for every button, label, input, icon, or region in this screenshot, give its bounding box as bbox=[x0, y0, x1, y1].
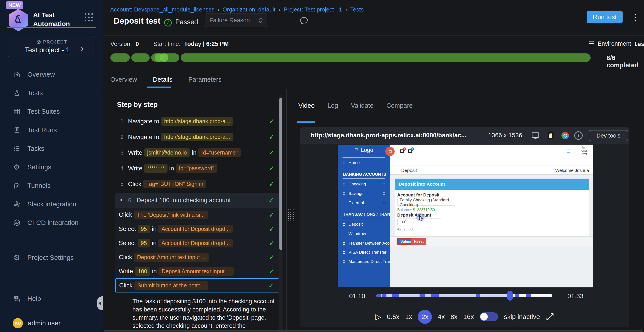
bank-nav-savings[interactable]: Savings bbox=[338, 190, 390, 197]
check-icon: ✓ bbox=[269, 148, 274, 157]
progress-segment[interactable] bbox=[151, 54, 179, 62]
step-row[interactable]: 4 Write ******** in Id="password" ✓ bbox=[117, 160, 278, 176]
chevron-down-icon: ⌄ bbox=[450, 201, 453, 204]
speed-0.5x[interactable]: 0.5x bbox=[387, 313, 400, 320]
sidebar-item-project-settings[interactable]: ⚙ Project Settings bbox=[0, 248, 103, 267]
sparkle-icon: ✦ bbox=[119, 197, 123, 203]
sidebar-item-overview[interactable]: Overview bbox=[0, 65, 103, 84]
step-row[interactable]: 3 Write jsmith@demo.io in Id="username" … bbox=[117, 145, 278, 160]
breadcrumb-organization[interactable]: Organization: default bbox=[222, 6, 276, 13]
tab-compare[interactable]: Compare bbox=[386, 102, 413, 109]
sidebar-nav: Overview Tests Test Suites Test Runs Tas… bbox=[0, 65, 103, 232]
check-icon: ✓ bbox=[269, 239, 274, 247]
check-icon: ✓ bbox=[268, 196, 274, 204]
panel-splitter[interactable] bbox=[286, 89, 287, 332]
timeline-marker bbox=[476, 294, 480, 297]
check-icon: ✓ bbox=[269, 253, 274, 261]
progress-segment[interactable] bbox=[131, 54, 150, 62]
package-icon bbox=[36, 40, 41, 44]
video-timeline[interactable] bbox=[376, 294, 552, 297]
breadcrumb-project[interactable]: Project: Test project - 1 bbox=[284, 6, 342, 13]
video-url: http://stage.dbank.prod-apps.relicx.ai:8… bbox=[311, 132, 466, 139]
value-pill: 100 bbox=[135, 267, 150, 276]
substep-row[interactable]: Click Deposit Amount text input ... ✓ bbox=[115, 250, 280, 264]
sidebar-item-help[interactable]: ? Help bbox=[0, 290, 103, 308]
reset-button[interactable]: Reset bbox=[412, 238, 426, 245]
comment-bubble-icon[interactable] bbox=[299, 16, 308, 25]
step-row[interactable]: 1 Navigate to http://stage.dbank.prod-a.… bbox=[117, 114, 278, 129]
ai-step-group-header[interactable]: ✦ 6 Deposit 100 into checking account ✓ bbox=[115, 193, 280, 208]
timeline-scrubber-thumb[interactable] bbox=[507, 291, 513, 301]
tab-video[interactable]: Video bbox=[298, 102, 315, 109]
speed-1x[interactable]: 1x bbox=[405, 313, 412, 320]
play-icon[interactable]: ▷ bbox=[375, 312, 381, 322]
step-row[interactable]: 5 Click Tag="BUTTON" Sign in ✓ bbox=[117, 176, 278, 192]
speed-16x[interactable]: 16x bbox=[463, 313, 474, 320]
run-test-button[interactable]: Run test bbox=[587, 10, 622, 24]
speed-2x-active[interactable]: 2x bbox=[418, 310, 432, 324]
sidebar-item-tests[interactable]: Tests bbox=[0, 84, 103, 102]
sidebar-item-settings[interactable]: ⚙ Settings bbox=[0, 158, 103, 176]
step-row[interactable]: 2 Navigate to http://stage.dbank.prod-a.… bbox=[117, 129, 278, 145]
sidebar-item-cicd[interactable]: CI-CD integration bbox=[0, 214, 103, 232]
bank-nav-visa[interactable]: VISA Direct Transfer bbox=[338, 248, 390, 256]
tabs-divider bbox=[289, 123, 644, 123]
sidebar-item-tasks[interactable]: Tasks bbox=[0, 139, 103, 158]
kebab-menu-icon[interactable]: ⋮ bbox=[631, 12, 640, 22]
sidebar-item-slack[interactable]: Slack integration bbox=[0, 195, 103, 214]
new-badge: NEW bbox=[6, 1, 24, 9]
header-checkbox bbox=[567, 149, 570, 152]
speed-4x[interactable]: 4x bbox=[438, 313, 445, 320]
failure-reason-select[interactable]: Failure Reason bbox=[205, 13, 267, 27]
substep-row[interactable]: Select 95 in Account for Deposit dropd..… bbox=[115, 222, 280, 236]
splitter-drag-handle[interactable] bbox=[288, 209, 294, 221]
info-icon[interactable]: i bbox=[574, 131, 583, 140]
target-pill: Account for Deposit dropd... bbox=[158, 239, 233, 248]
slack-icon bbox=[13, 200, 21, 208]
bank-nav-external[interactable]: External bbox=[338, 199, 390, 206]
sidebar-user[interactable]: AU admin user bbox=[0, 314, 103, 332]
substep-row[interactable]: Write 100 in Deposit Amount text input .… bbox=[115, 264, 280, 278]
tab-overview[interactable]: Overview bbox=[110, 76, 137, 83]
breadcrumb-account[interactable]: Account: Devspace_all_module_licenses bbox=[110, 6, 214, 13]
account-for-deposit-select[interactable]: Family Checking (Standard Checking) ⌄ bbox=[397, 199, 455, 206]
monitor-icon bbox=[531, 131, 540, 140]
substep-row[interactable]: Select 95 in Account for Deposit dropd..… bbox=[115, 236, 280, 250]
steps-scrollbar-thumb[interactable] bbox=[280, 98, 282, 250]
project-selector[interactable]: PROJECT Test project - 1 bbox=[8, 36, 95, 58]
playback-controls: ▷ 0.5x 1x 2x 4x 8x 16x skip inactive bbox=[300, 310, 629, 324]
bank-nav-checking[interactable]: Checking bbox=[338, 180, 390, 188]
skip-inactive-toggle[interactable] bbox=[480, 312, 498, 321]
sidebar-item-tunnels[interactable]: Tunnels bbox=[0, 176, 103, 195]
amount-hint: ex. 25.00 bbox=[397, 227, 413, 232]
fullscreen-icon[interactable] bbox=[546, 312, 554, 321]
help-chat-icon: ? bbox=[13, 295, 21, 303]
bank-main-area: Deposit into Account Account for Deposit… bbox=[390, 175, 593, 288]
tab-parameters[interactable]: Parameters bbox=[188, 76, 222, 83]
tab-details[interactable]: Details bbox=[153, 76, 172, 83]
apps-grid-icon[interactable] bbox=[84, 12, 93, 22]
chrome-icon bbox=[562, 132, 569, 139]
progress-text: 6/6 completed bbox=[606, 54, 644, 69]
speed-8x[interactable]: 8x bbox=[450, 313, 458, 320]
tab-validate[interactable]: Validate bbox=[351, 102, 374, 109]
bank-nav-mastercard[interactable]: Mastercard Direct Transfer bbox=[338, 258, 390, 265]
sidebar-item-test-suites[interactable]: Test Suites bbox=[0, 102, 103, 121]
bank-nav-withdraw[interactable]: Withdraw bbox=[338, 230, 390, 238]
progress-segment[interactable] bbox=[110, 54, 130, 62]
bank-nav-home[interactable]: Home bbox=[338, 159, 390, 166]
breadcrumb-tests[interactable]: Tests bbox=[350, 6, 364, 13]
group-label: Deposit 100 into checking account bbox=[136, 197, 231, 204]
dev-tools-button[interactable]: Dev tools bbox=[589, 130, 628, 141]
value-pill: ******** bbox=[144, 164, 168, 172]
tab-log[interactable]: Log bbox=[328, 102, 338, 109]
sidebar-item-test-runs[interactable]: Test Runs bbox=[0, 121, 103, 139]
bank-nav-deposit[interactable]: Deposit bbox=[338, 220, 390, 228]
substep-row-selected[interactable]: Click Submit button at the botto... ✓ bbox=[115, 278, 280, 292]
bank-nav-transfer[interactable]: Transfer Between Accounts bbox=[338, 240, 390, 247]
deposit-amount-input[interactable]: 100 bbox=[397, 218, 442, 226]
substep-row[interactable]: Click The 'Deposit' link with a si... ✓ bbox=[115, 208, 280, 222]
horizontal-scrollbar[interactable] bbox=[104, 330, 642, 332]
progress-segment[interactable] bbox=[181, 54, 590, 62]
url-pill: http://stage.dbank.prod-a... bbox=[161, 133, 233, 141]
